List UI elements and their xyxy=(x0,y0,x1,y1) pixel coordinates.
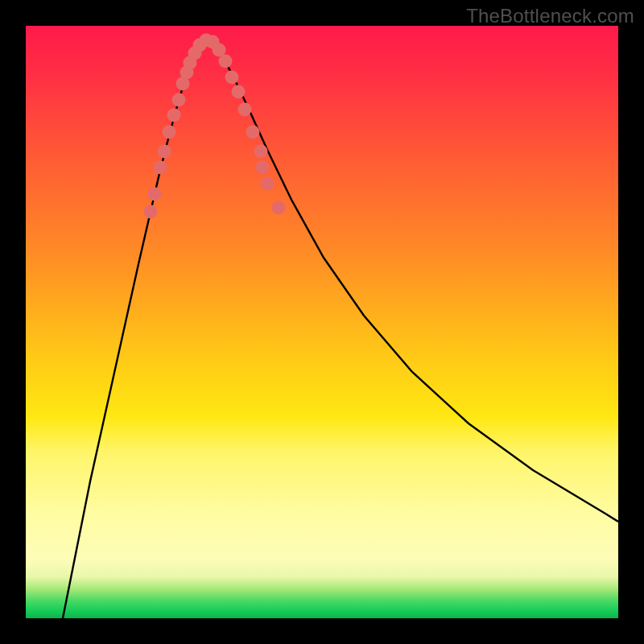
bottleneck-curve xyxy=(58,40,618,618)
highlight-dot xyxy=(261,177,275,191)
highlight-dot xyxy=(148,188,162,201)
plot-area xyxy=(26,26,618,618)
watermark-text: TheBottleneck.com xyxy=(466,5,634,27)
highlight-dot xyxy=(232,85,246,99)
chart-frame: TheBottleneck.com xyxy=(0,0,644,644)
highlight-dot xyxy=(167,109,181,122)
highlight-dot xyxy=(219,55,233,68)
highlight-dot xyxy=(163,126,176,139)
curve-svg xyxy=(26,26,618,618)
highlight-dot xyxy=(225,71,239,85)
highlight-dots-group xyxy=(144,34,286,219)
highlight-dot xyxy=(158,145,171,159)
highlight-dot xyxy=(246,126,260,139)
highlight-dot xyxy=(154,161,167,175)
highlight-dot xyxy=(172,93,186,107)
highlight-dot xyxy=(238,103,252,117)
highlight-dot xyxy=(272,201,286,215)
highlight-dot xyxy=(254,145,268,159)
highlight-dot xyxy=(256,161,270,175)
highlight-dot xyxy=(144,205,158,219)
